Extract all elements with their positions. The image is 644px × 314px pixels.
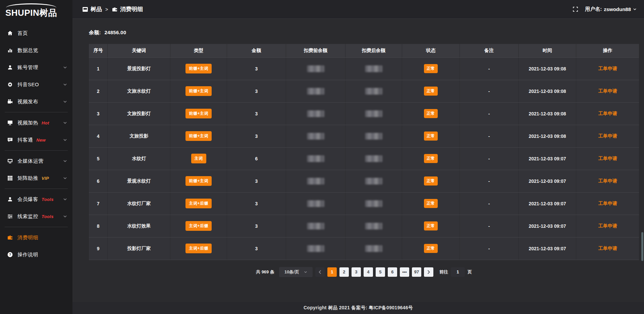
time-cell: 2021-12-03 09:07: [519, 237, 576, 260]
redacted-balance-block: [307, 245, 324, 252]
sidebar-item-help[interactable]: ?操作说明: [0, 247, 72, 262]
page-button-4[interactable]: 4: [364, 267, 373, 277]
chevron-down-icon: [63, 176, 67, 180]
remark-cell: -: [460, 57, 518, 80]
page-button-6[interactable]: 6: [388, 267, 397, 277]
work-order-link[interactable]: 工单申请: [598, 223, 617, 228]
keyword-cell: 水纹灯: [108, 147, 170, 170]
balance-value: 24856.00: [104, 30, 126, 35]
work-order-link[interactable]: 工单申请: [598, 201, 617, 206]
pre-balance-cell: [286, 102, 345, 125]
page-button-3[interactable]: 3: [352, 267, 361, 277]
page-button-2[interactable]: 2: [339, 267, 349, 277]
pre-balance-cell: [286, 57, 345, 80]
breadcrumb-current[interactable]: 消费明细: [111, 5, 143, 13]
sidebar-item-video-camera[interactable]: 视频发布: [0, 94, 72, 109]
post-balance-cell: [345, 147, 402, 170]
keyword-cell: 文旅投影灯: [108, 102, 170, 125]
status-cell: 正常: [402, 192, 460, 215]
work-order-link[interactable]: 工单申请: [598, 178, 617, 184]
row-index-cell: 5: [89, 147, 108, 170]
action-cell: 工单申请: [576, 80, 639, 102]
goto-page-input[interactable]: [451, 267, 465, 277]
amount-cell: 3: [227, 192, 286, 215]
sidebar-item-screen[interactable]: 视频加热Hot: [0, 115, 72, 130]
sidebar-item-bar-chart[interactable]: 数据总览: [0, 43, 72, 58]
amount-cell: 3: [227, 125, 286, 147]
goto-unit: 页: [468, 269, 472, 275]
remark-cell: -: [460, 192, 518, 215]
sidebar-item-sliders[interactable]: 线索监控Tools: [0, 209, 72, 224]
table-row: 5水纹灯主词6正常-2021-12-03 09:07工单申请: [89, 147, 639, 170]
row-index-cell: 9: [89, 237, 108, 260]
app-logo: SHUPIN树品: [0, 0, 72, 21]
keyword-cell: 景观投影灯: [108, 57, 170, 80]
table-row: 2文旅水纹灯前缀+主词3正常-2021-12-03 09:08工单申请: [89, 80, 639, 102]
sidebar-item-user[interactable]: 账号管理: [0, 60, 72, 75]
column-header: 序号: [89, 44, 108, 57]
username-label: 用户名:: [585, 6, 602, 12]
sidebar-item-gear[interactable]: 抖音SEO: [0, 77, 72, 92]
main-area: 树品 > 消费明细 用户名: zswodun88 余额: 24856.0: [72, 0, 644, 314]
sidebar-item-grid[interactable]: 矩阵助推VIP: [0, 171, 72, 186]
action-cell: 工单申请: [576, 192, 639, 215]
post-balance-cell: [345, 125, 402, 147]
redacted-balance-block: [307, 133, 324, 140]
redacted-balance-block: [365, 223, 382, 229]
status-badge: 正常: [424, 199, 438, 208]
column-header: 金额: [227, 44, 286, 57]
page-button-1[interactable]: 1: [327, 267, 337, 277]
sidebar-item-member[interactable]: 会员爆客Tools: [0, 192, 72, 207]
column-header: 操作: [576, 44, 639, 57]
type-badge: 主词: [191, 154, 206, 163]
work-order-link[interactable]: 工单申请: [598, 88, 617, 94]
keyword-cell: 文旅水纹灯: [108, 80, 170, 102]
prev-page-button[interactable]: [315, 267, 325, 277]
footer: Copyright 树品 2021 备案号: 粤ICP备09019646号: [72, 302, 644, 314]
sidebar-item-home[interactable]: 首页: [0, 26, 72, 41]
next-page-button[interactable]: [424, 267, 433, 277]
breadcrumb-home[interactable]: 树品: [82, 5, 102, 13]
work-order-link[interactable]: 工单申请: [598, 156, 617, 161]
sidebar-item-wallet[interactable]: 消费明细: [0, 230, 72, 245]
page-button-97[interactable]: 97: [412, 267, 421, 277]
scrollbar-thumb[interactable]: [641, 232, 643, 261]
amount-cell: 3: [227, 170, 286, 192]
work-order-link[interactable]: 工单申请: [598, 133, 617, 139]
goto-page: 前往 页: [439, 267, 472, 277]
sidebar-item-badge: Hot: [42, 120, 49, 125]
redacted-balance-block: [365, 178, 382, 185]
page-ellipsis-button[interactable]: •••: [400, 267, 409, 277]
video-camera-icon: [7, 99, 13, 105]
action-cell: 工单申请: [576, 215, 639, 237]
page-size-select[interactable]: 10条/页: [279, 267, 313, 277]
amount-cell: 6: [227, 147, 286, 170]
sidebar-item-label: 矩阵助推: [17, 175, 38, 181]
fullscreen-icon[interactable]: [573, 6, 578, 12]
home-icon: [7, 30, 13, 37]
pagination-total: 共 969 条: [256, 269, 274, 275]
user-menu[interactable]: 用户名: zswodun88: [585, 6, 637, 12]
redacted-balance-block: [365, 88, 382, 95]
time-cell: 2021-12-03 09:08: [519, 102, 576, 125]
type-badge: 主词+后缀: [185, 244, 212, 253]
sidebar-item-label: 数据总览: [17, 47, 38, 54]
type-badge: 前缀+主词: [185, 131, 212, 141]
sidebar-item-label: 消费明细: [17, 234, 38, 241]
sidebar-item-chat[interactable]: 抖客通New: [0, 133, 72, 147]
action-cell: 工单申请: [576, 125, 639, 147]
type-badge: 前缀+主词: [185, 176, 212, 186]
page-button-5[interactable]: 5: [376, 267, 385, 277]
amount-cell: 3: [227, 215, 286, 237]
row-index-cell: 1: [89, 57, 108, 80]
amount-cell: 3: [227, 237, 286, 260]
sidebar-item-badge: New: [37, 138, 46, 143]
topbar-right: 用户名: zswodun88: [573, 6, 637, 12]
work-order-link[interactable]: 工单申请: [598, 246, 617, 251]
copyright-text: Copyright 树品 2021 备案号: 粤ICP备09019646号: [304, 305, 413, 311]
work-order-link[interactable]: 工单申请: [598, 66, 617, 71]
row-index-cell: 8: [89, 215, 108, 237]
sidebar-item-monitor[interactable]: 全媒体运营: [0, 154, 72, 168]
breadcrumb-current-label: 消费明细: [120, 5, 143, 13]
work-order-link[interactable]: 工单申请: [598, 111, 617, 116]
